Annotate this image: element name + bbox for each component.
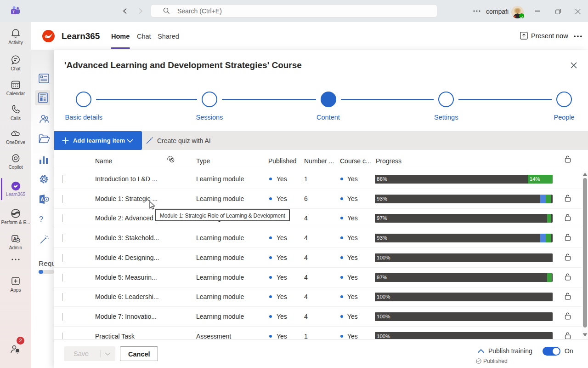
svg-text:A: A <box>41 197 44 202</box>
svg-text:?: ? <box>39 215 43 223</box>
svg-text:T: T <box>12 10 15 14</box>
